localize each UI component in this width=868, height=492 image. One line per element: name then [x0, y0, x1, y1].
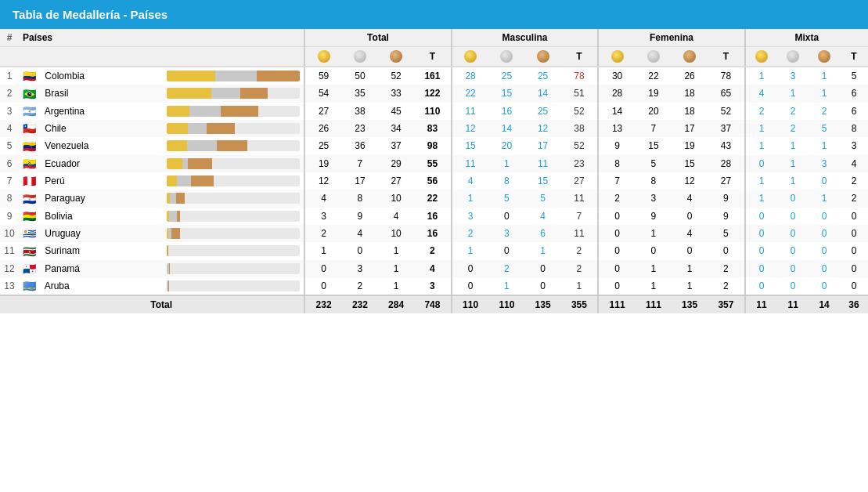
masc-t-header: T [561, 47, 599, 67]
masc-gold: 4 [452, 172, 489, 190]
fem-silver: 8 [636, 172, 672, 190]
bronze-bar [171, 228, 180, 239]
masc-gold: 0 [452, 277, 489, 295]
bar-header [163, 29, 304, 47]
total-gold: 27 [304, 103, 342, 120]
medal-bar [167, 193, 300, 204]
footer-mix-g: 11 [745, 295, 777, 313]
fem-silver: 7 [636, 120, 672, 137]
table-row: 13 🇦🇼 Aruba 0 2 1 3 0 1 0 1 0 1 1 2 0 0 … [0, 277, 868, 295]
mix-t: 4 [840, 155, 868, 172]
fem-bronze: 4 [672, 190, 708, 207]
total-silver-header [342, 47, 378, 67]
fem-bronze: 19 [672, 137, 708, 154]
country-cell: 🇧🇷 Brasil [19, 85, 163, 102]
country-subheader [19, 47, 163, 67]
bronze-bar [177, 211, 180, 222]
country-name: Chile [45, 123, 66, 134]
masc-bronze: 17 [525, 137, 561, 154]
silver-medal-icon [354, 50, 366, 63]
bar-cell [163, 190, 304, 207]
total-t: 98 [414, 137, 452, 154]
rank-cell: 2 [0, 85, 19, 102]
gold-bar [167, 140, 187, 151]
fem-silver: 1 [636, 225, 672, 242]
total-t: 22 [414, 190, 452, 207]
silver-bar [177, 175, 191, 186]
table-row: 7 🇵🇪 Perú 12 17 27 56 4 8 15 27 7 8 12 2… [0, 172, 868, 190]
medal-bar [167, 158, 300, 169]
fem-t: 2 [708, 277, 745, 295]
total-bronze: 52 [378, 67, 414, 85]
fem-silver: 0 [636, 242, 672, 259]
fem-silver: 19 [636, 85, 672, 102]
mix-silver: 0 [777, 225, 809, 242]
masc-gold: 1 [452, 242, 489, 259]
total-gold: 26 [304, 120, 342, 137]
mix-t: 6 [840, 85, 868, 102]
mix-gold: 0 [745, 208, 777, 225]
total-silver: 17 [342, 172, 378, 190]
total-silver: 2 [342, 277, 378, 295]
mix-silver: 1 [777, 172, 809, 190]
gold-bar [167, 123, 188, 134]
mix-t: 6 [840, 103, 868, 120]
femenina-group-header: Femenina [598, 29, 745, 47]
rank-cell: 5 [0, 137, 19, 154]
medal-bar [167, 263, 300, 274]
fem-silver: 1 [636, 277, 672, 295]
country-cell: 🇦🇼 Aruba [19, 277, 163, 295]
total-gold: 0 [304, 277, 342, 295]
country-name: Argentina [45, 106, 85, 117]
country-flag: 🇦🇼 [23, 281, 38, 291]
mixta-group-header: Mixta [745, 29, 868, 47]
fem-silver: 3 [636, 190, 672, 207]
fem-t: 37 [708, 120, 745, 137]
mix-gold: 0 [745, 155, 777, 172]
total-t-header: T [414, 47, 452, 67]
bar-cell [163, 260, 304, 277]
footer-rank [0, 295, 19, 313]
total-gold: 3 [304, 208, 342, 225]
total-t: 16 [414, 225, 452, 242]
mix-t-header: T [840, 47, 868, 67]
gold-bar [167, 158, 182, 169]
country-name: Venezuela [45, 140, 88, 151]
total-silver: 7 [342, 155, 378, 172]
masc-bronze: 0 [525, 260, 561, 277]
medal-bar [167, 175, 300, 186]
footer-mix-b: 14 [809, 295, 840, 313]
total-gold-header [304, 47, 342, 67]
mix-bronze: 1 [809, 67, 840, 85]
mix-silver: 0 [777, 260, 809, 277]
country-flag: 🇵🇾 [23, 194, 38, 204]
country-name: Colombia [45, 71, 85, 81]
total-gold: 19 [304, 155, 342, 172]
total-bronze: 34 [378, 120, 414, 137]
silver-bar [170, 193, 176, 204]
mix-t: 2 [840, 172, 868, 190]
mix-bronze: 0 [809, 172, 840, 190]
fem-bronze: 12 [672, 172, 708, 190]
rank-header: # [0, 29, 19, 47]
medal-bar [167, 88, 300, 99]
fem-bronze: 18 [672, 85, 708, 102]
footer-masc-g: 110 [452, 295, 489, 313]
medal-bar [167, 123, 300, 134]
fem-silver: 5 [636, 155, 672, 172]
fem-gold: 28 [598, 85, 636, 102]
masc-gold: 3 [452, 208, 489, 225]
fem-t: 65 [708, 85, 745, 102]
masc-gold: 1 [452, 190, 489, 207]
table-row: 8 🇵🇾 Paraguay 4 8 10 22 1 5 5 11 2 3 4 9… [0, 190, 868, 207]
footer-total-b: 284 [378, 295, 414, 313]
bronze-bar [221, 106, 258, 117]
total-bronze: 33 [378, 85, 414, 102]
gold-bar [167, 88, 211, 99]
rank-cell: 4 [0, 120, 19, 137]
title-bar: Tabla de Medallería - Países [0, 0, 868, 29]
masc-bronze: 14 [525, 85, 561, 102]
country-flag: 🇸🇷 [23, 247, 38, 257]
masc-t: 52 [561, 103, 599, 120]
rank-cell: 12 [0, 260, 19, 277]
